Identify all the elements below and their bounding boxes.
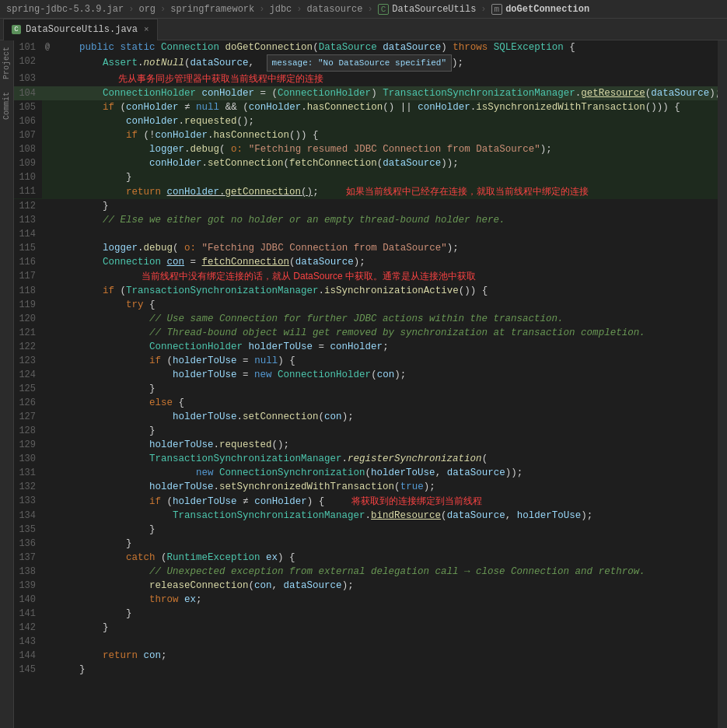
table-row: 129 holderToUse.requested(); xyxy=(14,438,727,452)
table-row: 142 } xyxy=(14,621,727,635)
table-row: 101 @ public static Connection doGetConn… xyxy=(14,40,727,54)
table-row: 138 // Unexpected exception from externa… xyxy=(14,565,727,579)
table-row: 128 } xyxy=(14,424,727,438)
table-row: 114 xyxy=(14,227,727,241)
bc-framework[interactable]: springframework xyxy=(170,4,254,15)
tab-close-button[interactable]: × xyxy=(144,25,149,34)
code-area: 101 @ public static Connection doGetConn… xyxy=(14,40,727,728)
bc-jar[interactable]: spring-jdbc-5.3.9.jar xyxy=(6,4,124,15)
table-row: 124 holderToUse = new ConnectionHolder(c… xyxy=(14,368,727,382)
left-sidebar: Project Commit xyxy=(0,40,14,728)
table-row: 133 if (holderToUse ≠ conHolder) { 将获取到的… xyxy=(14,494,727,509)
table-row: 125 } xyxy=(14,382,727,396)
table-row: 109 conHolder.setConnection(fetchConnect… xyxy=(14,156,727,170)
table-row: 102 Assert.notNull(dataSource, message: … xyxy=(14,54,727,72)
breadcrumb-bar: spring-jdbc-5.3.9.jar › org › springfram… xyxy=(0,0,727,19)
table-row: 135 } xyxy=(14,523,727,537)
table-row: 141 } xyxy=(14,607,727,621)
table-row: 134 TransactionSynchronizationManager.bi… xyxy=(14,509,727,523)
table-row: 126 else { xyxy=(14,396,727,410)
bc-class-icon: C xyxy=(378,4,390,15)
table-row: 105 if (conHolder ≠ null && (conHolder.h… xyxy=(14,100,727,114)
bc-datasource[interactable]: datasource xyxy=(307,4,363,15)
sidebar-project[interactable]: Project xyxy=(2,40,11,86)
table-row: 108 logger.debug( o: "Fetching resumed J… xyxy=(14,142,727,156)
table-row: 113 // Else we either got no holder or a… xyxy=(14,213,727,227)
table-row: 132 holderToUse.setSynchronizedWithTrans… xyxy=(14,480,727,494)
table-row: 140 throw ex; xyxy=(14,593,727,607)
table-row: 144 return con; xyxy=(14,649,727,663)
table-row: 110 } xyxy=(14,170,727,184)
table-row: 119 try { xyxy=(14,298,727,312)
bc-jdbc[interactable]: jdbc xyxy=(269,4,292,15)
tab-datasourceutils[interactable]: C DataSourceUtils.java × xyxy=(3,19,158,40)
table-row: 120 // Use same Connection for further J… xyxy=(14,312,727,326)
table-row: 121 // Thread-bound object will get remo… xyxy=(14,326,727,340)
table-row: 112 } xyxy=(14,199,727,213)
table-row: 111 return conHolder.getConnection(); 如果… xyxy=(14,184,727,199)
table-row: 118 if (TransactionSynchronizationManage… xyxy=(14,284,727,298)
bc-org[interactable]: org xyxy=(138,4,156,15)
scrollbar[interactable] xyxy=(718,40,727,728)
table-row: 122 ConnectionHolder holderToUse = conHo… xyxy=(14,340,727,354)
tab-label: DataSourceUtils.java xyxy=(26,24,138,35)
table-row: 107 if (!conHolder.hasConnection()) { xyxy=(14,128,727,142)
table-row: 127 holderToUse.setConnection(con); xyxy=(14,410,727,424)
tab-bar: C DataSourceUtils.java × xyxy=(0,19,727,40)
table-row: 104 ConnectionHolder conHolder = (Connec… xyxy=(14,86,727,100)
table-row: 103 先从事务同步管理器中获取当前线程中绑定的连接 xyxy=(14,72,727,86)
table-row: 130 TransactionSynchronizationManager.re… xyxy=(14,452,727,466)
table-row: 145 } xyxy=(14,663,727,677)
table-row: 117 当前线程中没有绑定连接的话，就从 DataSource 中获取。通常是从… xyxy=(14,269,727,284)
table-row: 139 releaseConnection(con, dataSource); xyxy=(14,579,727,593)
code-lines: 101 @ public static Connection doGetConn… xyxy=(14,40,727,677)
table-row: 115 logger.debug( o: "Fetching JDBC Conn… xyxy=(14,241,727,255)
table-row: 106 conHolder.requested(); xyxy=(14,114,727,128)
tab-icon: C xyxy=(12,25,21,34)
bc-class[interactable]: DataSourceUtils xyxy=(392,4,476,15)
sidebar-commit[interactable]: Commit xyxy=(2,86,11,126)
table-row: 136 } xyxy=(14,537,727,551)
table-row: 143 xyxy=(14,635,727,649)
table-row: 123 if (holderToUse = null) { xyxy=(14,354,727,368)
bc-method-icon: m xyxy=(491,4,503,15)
table-row: 116 Connection con = fetchConnection(dat… xyxy=(14,255,727,269)
bc-method[interactable]: doGetConnection xyxy=(505,4,589,15)
table-row: 137 catch (RuntimeException ex) { xyxy=(14,551,727,565)
table-row: 131 new ConnectionSynchronization(holder… xyxy=(14,466,727,480)
